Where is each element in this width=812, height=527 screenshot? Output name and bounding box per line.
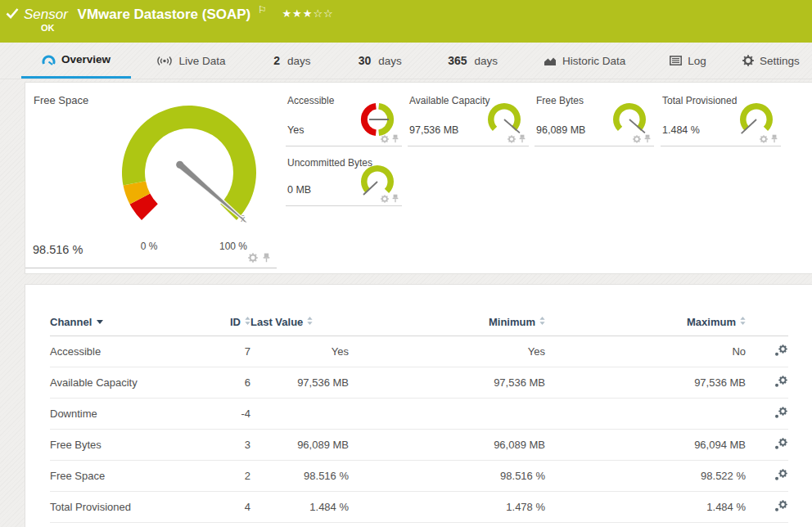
sensor-header: Sensor VMware Datastore (SOAP) ⚐ ★★★☆☆ O… bbox=[0, 0, 812, 43]
gauge-value: 0 MB bbox=[287, 184, 311, 196]
tab-label: Live Data bbox=[178, 55, 225, 67]
gauge-dial bbox=[610, 99, 649, 138]
gauge-title: Free Bytes bbox=[536, 95, 584, 106]
cell-minimum: 96,089 MB bbox=[349, 430, 545, 461]
cell-id: 4 bbox=[205, 492, 250, 523]
pin-icon[interactable] bbox=[519, 134, 526, 143]
sort-desc-icon bbox=[97, 314, 103, 327]
cell-id: 2 bbox=[205, 461, 250, 492]
cell-id: 3 bbox=[205, 430, 250, 461]
cell-last-value bbox=[250, 399, 349, 430]
cell-channel: Free Space bbox=[50, 461, 205, 492]
column-header-maximum[interactable]: Maximum bbox=[545, 309, 746, 336]
channel-settings-icon[interactable] bbox=[774, 437, 788, 450]
tab-365-days[interactable]: 365 days bbox=[427, 43, 519, 79]
gauge-scale-max: 100 % bbox=[219, 241, 247, 252]
table-row: Accessible 7 Yes Yes No bbox=[50, 336, 788, 367]
tab-2-days[interactable]: 2 days bbox=[251, 43, 333, 79]
gear-icon[interactable] bbox=[508, 135, 516, 143]
cell-last-value: 97,536 MB bbox=[250, 367, 349, 399]
tab-settings[interactable]: Settings bbox=[730, 43, 812, 79]
pin-icon[interactable] bbox=[771, 134, 778, 143]
tab-bar: Overview Live Data 2 days 30 days 365 da… bbox=[0, 43, 812, 79]
pin-icon[interactable] bbox=[644, 134, 651, 143]
tab-label: Historic Data bbox=[562, 55, 625, 67]
gauge-title: Accessible bbox=[287, 95, 334, 106]
gear-icon[interactable] bbox=[381, 135, 389, 143]
gauge-scale-min: 0 % bbox=[141, 241, 158, 252]
sort-icon bbox=[307, 315, 313, 327]
cell-last-value: 1.484 % bbox=[250, 492, 349, 523]
gear-icon[interactable] bbox=[633, 135, 641, 143]
cell-maximum: No bbox=[545, 336, 746, 367]
tab-number: 30 bbox=[359, 54, 372, 67]
live-signal-icon bbox=[156, 56, 173, 66]
channel-table: Channel ID Last Value Minimum Maximum Ac… bbox=[50, 309, 788, 527]
sort-icon bbox=[740, 315, 746, 327]
channel-settings-icon[interactable] bbox=[774, 344, 788, 357]
gauge-value: Yes bbox=[287, 124, 304, 136]
column-header-last-value[interactable]: Last Value bbox=[250, 309, 349, 336]
gauge-dial bbox=[358, 99, 397, 138]
column-header-minimum[interactable]: Minimum bbox=[349, 309, 545, 336]
channel-settings-icon[interactable] bbox=[774, 468, 788, 481]
column-header-actions bbox=[746, 309, 788, 336]
pin-icon[interactable] bbox=[263, 253, 270, 263]
table-row: Free Space 2 98.516 % 98.516 % 98.522 % bbox=[50, 461, 788, 492]
cell-channel: Accessible bbox=[50, 336, 205, 367]
gear-icon[interactable] bbox=[760, 135, 768, 143]
column-header-id[interactable]: ID bbox=[205, 309, 250, 336]
cell-maximum bbox=[545, 399, 746, 430]
gauge-value: 98.516 % bbox=[33, 243, 83, 256]
mini-gauge-accessible: Accessible Yes bbox=[286, 91, 402, 146]
status-ok-check-icon bbox=[6, 7, 19, 22]
table-row: Downtime -4 bbox=[50, 399, 788, 430]
gear-icon[interactable] bbox=[381, 195, 389, 203]
gear-icon[interactable] bbox=[248, 253, 258, 263]
tab-overview[interactable]: Overview bbox=[21, 43, 131, 79]
mini-gauge-free-bytes: Free Bytes 96,089 MB bbox=[535, 91, 654, 146]
cell-minimum bbox=[349, 399, 545, 430]
cell-last-value: Yes bbox=[250, 336, 349, 367]
cell-maximum: 98.522 % bbox=[545, 461, 746, 492]
gauge-dial bbox=[485, 99, 524, 138]
table-row: Free Bytes 3 96,089 MB 96,089 MB 96,094 … bbox=[50, 430, 788, 461]
tab-label: Settings bbox=[760, 55, 800, 67]
tab-log[interactable]: Log bbox=[651, 43, 726, 79]
tab-30-days[interactable]: 30 days bbox=[337, 43, 422, 79]
cell-last-value: 0 MB bbox=[250, 523, 349, 527]
cell-maximum: 96,094 MB bbox=[545, 430, 746, 461]
cell-channel: Downtime bbox=[50, 399, 205, 430]
tab-label: days bbox=[475, 55, 498, 67]
gauge-dial bbox=[107, 101, 271, 236]
sort-icon bbox=[539, 315, 545, 327]
table-row: Total Provisioned 4 1.484 % 1.478 % 1.48… bbox=[50, 492, 788, 523]
cell-minimum: 97,536 MB bbox=[349, 367, 545, 399]
sensor-titleline: Sensor VMware Datastore (SOAP) ⚐ ★★★☆☆ bbox=[24, 4, 334, 23]
primary-gauge-free-space: Free Space 0 % 100 % x̄ 98.516 % bbox=[25, 83, 277, 268]
gauge-icon bbox=[42, 54, 56, 65]
channel-settings-icon[interactable] bbox=[774, 406, 788, 419]
cell-id: -4 bbox=[205, 399, 250, 430]
cell-last-value: 98.516 % bbox=[250, 461, 349, 492]
pin-icon[interactable] bbox=[392, 194, 399, 203]
column-header-channel[interactable]: Channel bbox=[50, 309, 205, 336]
tab-number: 365 bbox=[448, 54, 467, 67]
flag-icon[interactable]: ⚐ bbox=[258, 4, 267, 16]
tab-label: Overview bbox=[61, 53, 111, 65]
object-kind-label: Sensor bbox=[24, 7, 68, 22]
tab-historic-data[interactable]: Historic Data bbox=[523, 43, 646, 79]
channel-settings-icon[interactable] bbox=[774, 499, 788, 512]
priority-stars[interactable]: ★★★☆☆ bbox=[282, 7, 333, 20]
channel-settings-icon[interactable] bbox=[774, 375, 788, 388]
cell-minimum: 0 MB bbox=[349, 523, 545, 527]
cell-maximum: 97,536 MB bbox=[545, 367, 746, 399]
channels-panel: Channel ID Last Value Minimum Maximum Ac… bbox=[25, 284, 812, 527]
tab-live-data[interactable]: Live Data bbox=[135, 43, 246, 79]
cell-minimum: 98.516 % bbox=[349, 461, 545, 492]
cell-channel: Available Capacity bbox=[50, 367, 205, 399]
gauge-value: 1.484 % bbox=[662, 124, 700, 136]
pin-icon[interactable] bbox=[392, 134, 399, 143]
cell-id: 6 bbox=[205, 367, 250, 399]
tab-label: days bbox=[378, 55, 402, 67]
